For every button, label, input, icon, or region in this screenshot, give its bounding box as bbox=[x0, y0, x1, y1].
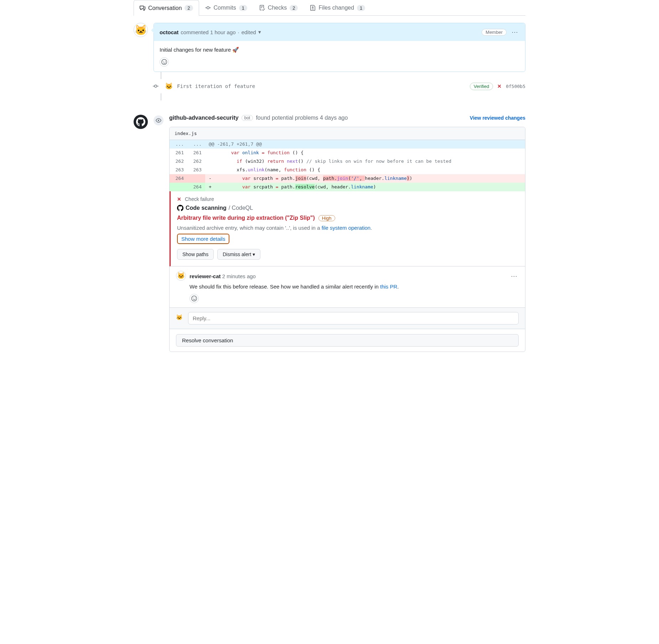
op-comment: 🐱 octocat commented 1 hour ago · edited … bbox=[134, 23, 525, 72]
comment-discussion-icon bbox=[140, 5, 145, 11]
diff-review-box: index.js ...... @@ -261,7 +261,7 @@ 2612… bbox=[169, 127, 525, 352]
git-commit-icon bbox=[151, 81, 161, 91]
comment-edited: edited bbox=[242, 29, 256, 35]
verified-badge[interactable]: Verified bbox=[470, 83, 493, 90]
file-diff-icon bbox=[310, 5, 316, 11]
pr-link[interactable]: this PR bbox=[380, 284, 397, 290]
kebab-menu[interactable]: ⋯ bbox=[510, 27, 519, 37]
commit-message[interactable]: First iteration of feature bbox=[177, 83, 466, 89]
tab-counter: 1 bbox=[357, 5, 365, 11]
kebab-menu[interactable]: ⋯ bbox=[509, 271, 519, 281]
github-mark-icon bbox=[177, 205, 183, 211]
tab-files-changed[interactable]: Files changed 1 bbox=[304, 0, 371, 15]
comment-timestamp: 2 minutes ago bbox=[222, 273, 256, 279]
x-icon: ✕ bbox=[177, 196, 181, 202]
comment-timestamp: commented 1 hour ago bbox=[181, 29, 235, 35]
comment-body-text: Initial changes for new feature 🚀 bbox=[160, 47, 519, 53]
tab-label: Conversation bbox=[148, 5, 182, 11]
tab-counter: 2 bbox=[290, 5, 298, 11]
view-reviewed-changes-link[interactable]: View reviewed changes bbox=[470, 115, 525, 121]
member-badge: Member bbox=[482, 29, 507, 36]
commit-event: 🐱 First iteration of feature Verified ✕ … bbox=[134, 79, 525, 93]
avatar[interactable]: 🐱 bbox=[176, 271, 186, 281]
checklist-icon bbox=[259, 5, 265, 11]
github-mark-icon bbox=[136, 117, 145, 126]
comment-body-text: We should fix this before release. See h… bbox=[190, 284, 519, 290]
severity-badge: High bbox=[318, 215, 335, 221]
diff-line-addition: 264+ var srcpath = path.resolve(cwd, hea… bbox=[170, 183, 525, 191]
diff-hunk-header: ...... @@ -261,7 +261,7 @@ bbox=[170, 140, 525, 149]
smiley-icon bbox=[191, 296, 197, 301]
alert-title: Arbitrary file write during zip extracti… bbox=[177, 215, 315, 221]
caret-down-icon[interactable]: ▾ bbox=[258, 29, 261, 35]
avatar[interactable]: 🐱 bbox=[176, 314, 185, 323]
git-commit-icon bbox=[205, 5, 211, 11]
reviewer-name[interactable]: github-advanced-security bbox=[169, 115, 239, 121]
tab-label: Checks bbox=[268, 5, 287, 11]
reply-input[interactable] bbox=[188, 312, 519, 324]
diff-line: 262262 if (win32) return next() // skip … bbox=[170, 157, 525, 166]
tab-label: Files changed bbox=[318, 5, 354, 11]
comment-author[interactable]: reviewer-cat bbox=[190, 273, 221, 279]
diff-filename[interactable]: index.js bbox=[170, 127, 525, 140]
review-thread-comment: 🐱 reviewer-cat 2 minutes ago ⋯ We shoul bbox=[170, 266, 525, 308]
failed-check-icon[interactable]: ✕ bbox=[497, 83, 502, 89]
comment-author[interactable]: octocat bbox=[160, 29, 178, 35]
add-reaction-button[interactable] bbox=[160, 57, 169, 67]
scanner-name: Code scanning bbox=[186, 205, 227, 211]
diff-table: ...... @@ -261,7 +261,7 @@ 261261 var on… bbox=[170, 140, 525, 191]
diff-line: 261261 var onlink = function () { bbox=[170, 149, 525, 157]
review-action-text: found potential problems 4 days ago bbox=[256, 115, 348, 121]
show-more-details-link[interactable]: Show more details bbox=[177, 234, 229, 244]
tab-nav: Conversation 2 Commits 1 Checks 2 Files … bbox=[134, 0, 525, 16]
caret-down-icon: ▾ bbox=[253, 251, 255, 257]
alert-desc-link[interactable]: file system operation bbox=[322, 225, 371, 231]
reply-row: 🐱 bbox=[170, 308, 525, 329]
smiley-icon bbox=[161, 59, 167, 65]
scanner-tool: / CodeQL bbox=[229, 205, 253, 211]
reviewer-avatar[interactable] bbox=[134, 115, 148, 129]
review-status-icon bbox=[154, 115, 164, 125]
review-event: github-advanced-security bot found poten… bbox=[134, 115, 525, 352]
diff-line-deletion: 264- var srcpath = path.join(cwd, path.j… bbox=[170, 174, 525, 183]
show-paths-button[interactable]: Show paths bbox=[177, 249, 214, 260]
resolve-conversation-button[interactable]: Resolve conversation bbox=[176, 334, 519, 347]
commit-sha[interactable]: 0f500b5 bbox=[506, 84, 525, 89]
add-reaction-button[interactable] bbox=[190, 294, 199, 303]
tab-counter: 1 bbox=[239, 5, 247, 11]
tab-label: Commits bbox=[214, 5, 236, 11]
tab-conversation[interactable]: Conversation 2 bbox=[134, 0, 199, 16]
tab-checks[interactable]: Checks 2 bbox=[253, 0, 304, 15]
tab-counter: 2 bbox=[185, 5, 193, 11]
check-failure-label: Check failure bbox=[185, 196, 214, 202]
eye-icon bbox=[156, 118, 161, 123]
avatar[interactable]: 🐱 bbox=[134, 23, 148, 37]
bot-badge: bot bbox=[242, 115, 253, 121]
alert-description: Unsanitized archive entry, which may con… bbox=[177, 225, 519, 231]
diff-line: 263263 xfs.unlink(name, function () { bbox=[170, 166, 525, 174]
dismiss-alert-button[interactable]: Dismiss alert ▾ bbox=[217, 249, 260, 260]
commit-author-avatar[interactable]: 🐱 bbox=[165, 82, 173, 90]
tab-commits[interactable]: Commits 1 bbox=[199, 0, 253, 15]
code-scanning-alert: ✕ Check failure Code scanning / CodeQL A… bbox=[170, 191, 525, 266]
